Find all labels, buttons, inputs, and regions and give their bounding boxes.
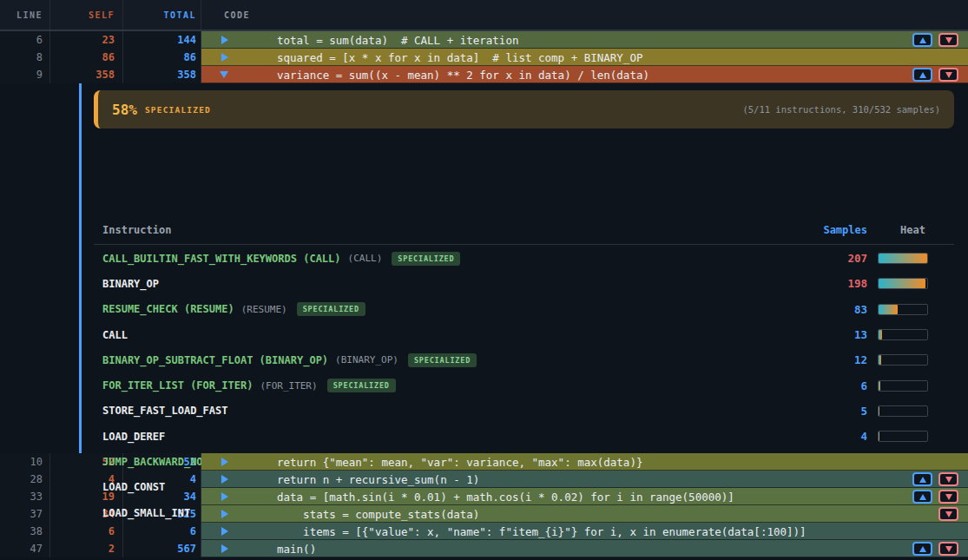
code-cell[interactable]: squared = [x * x for x in data] # list c… bbox=[201, 49, 968, 66]
instruction-name: LOAD_CONST bbox=[102, 481, 165, 493]
instruction-row: BINARY_OP198 bbox=[102, 271, 954, 296]
line-number: 37 bbox=[0, 505, 50, 523]
self-samples: 2 bbox=[50, 540, 123, 557]
total-samples: 86 bbox=[123, 49, 201, 66]
code-cell[interactable]: items = [{"value": x, "name": f"item_{i}… bbox=[201, 523, 968, 540]
instruction-row: CALL_BUILTIN_FAST_WITH_KEYWORDS (CALL)(C… bbox=[102, 246, 954, 271]
row-nav-buttons bbox=[912, 542, 958, 556]
jump-down-button[interactable] bbox=[938, 33, 958, 47]
expand-icon[interactable] bbox=[221, 475, 228, 484]
jump-down-button[interactable] bbox=[938, 490, 958, 504]
instruction-row: BINARY_OP_SUBTRACT_FLOAT (BINARY_OP)(BIN… bbox=[102, 347, 954, 372]
code-text: stats = compute_stats(data) bbox=[277, 508, 479, 521]
expand-icon[interactable] bbox=[221, 53, 228, 62]
triangle-down-icon bbox=[945, 494, 952, 500]
triangle-up-icon bbox=[919, 72, 926, 78]
code-cell[interactable]: total = sum(data) # CALL + iteration bbox=[201, 31, 968, 49]
specialized-badge: SPECIALIZED bbox=[408, 353, 477, 367]
instruction-family: (BINARY_OP) bbox=[335, 354, 398, 366]
collapse-icon[interactable] bbox=[220, 71, 228, 78]
instruction-family: (CALL) bbox=[348, 253, 383, 264]
triangle-down-icon bbox=[945, 546, 952, 552]
jump-up-button[interactable] bbox=[912, 68, 932, 82]
code-cell[interactable]: stats = compute_stats(data) bbox=[201, 505, 968, 523]
col-header-heat: Heat bbox=[900, 224, 925, 236]
line-number: 8 bbox=[0, 49, 50, 66]
heat-bar-fill bbox=[879, 254, 927, 263]
samples-count: 207 bbox=[847, 252, 867, 265]
jump-down-button[interactable] bbox=[938, 68, 958, 82]
jump-up-button[interactable] bbox=[912, 33, 932, 47]
instruction-name: RESUME_CHECK (RESUME) bbox=[102, 303, 234, 315]
samples-count: 4 bbox=[860, 430, 867, 443]
panel-accent-line bbox=[79, 83, 82, 453]
code-text: return n + recursive_sum(n - 1) bbox=[277, 473, 479, 486]
expand-icon[interactable] bbox=[221, 492, 228, 501]
triangle-up-icon bbox=[919, 494, 926, 500]
jump-up-button[interactable] bbox=[912, 490, 932, 504]
expand-icon[interactable] bbox=[221, 36, 228, 44]
triangle-down-icon bbox=[945, 72, 952, 78]
total-samples: 144 bbox=[123, 31, 201, 49]
code-cell[interactable]: return {"mean": mean, "var": variance, "… bbox=[201, 453, 968, 471]
expand-icon[interactable] bbox=[221, 510, 228, 518]
jump-down-button[interactable] bbox=[938, 472, 958, 486]
col-header-samples: Samples bbox=[823, 224, 867, 236]
instruction-name: BINARY_OP bbox=[102, 278, 159, 290]
heat-bar bbox=[878, 329, 928, 340]
triangle-down-icon bbox=[945, 37, 952, 43]
instruction-table-header: Instruction Samples Heat bbox=[94, 221, 954, 245]
self-samples: 86 bbox=[50, 49, 123, 66]
expand-icon[interactable] bbox=[221, 544, 228, 553]
samples-count: 12 bbox=[854, 353, 867, 366]
row-nav-buttons bbox=[938, 507, 958, 521]
expand-icon[interactable] bbox=[221, 527, 228, 536]
triangle-down-icon bbox=[945, 511, 952, 517]
triangle-up-icon bbox=[919, 477, 926, 483]
heat-bar bbox=[878, 304, 928, 315]
code-rows-top: 623144total = sum(data) # CALL + iterati… bbox=[0, 31, 968, 83]
code-text: variance = sum((x - mean) ** 2 for x in … bbox=[277, 69, 649, 82]
code-text: data = [math.sin(i * 0.01) + math.cos(i … bbox=[277, 491, 734, 504]
specialization-banner: 58% SPECIALIZED (5/11 instructions, 310/… bbox=[94, 90, 954, 128]
triangle-up-icon bbox=[919, 37, 926, 43]
code-cell[interactable]: data = [math.sin(i * 0.01) + math.cos(i … bbox=[201, 488, 968, 505]
self-samples: 358 bbox=[50, 66, 123, 83]
instruction-name: CALL_BUILTIN_FAST_WITH_KEYWORDS (CALL) bbox=[102, 253, 341, 265]
code-cell[interactable]: return n + recursive_sum(n - 1) bbox=[201, 471, 968, 488]
code-text: main() bbox=[277, 543, 316, 556]
jump-up-button[interactable] bbox=[912, 542, 932, 556]
heat-bar bbox=[878, 253, 928, 264]
expand-icon[interactable] bbox=[221, 458, 228, 466]
col-header-line: LINE bbox=[0, 0, 50, 30]
jump-down-button[interactable] bbox=[938, 507, 958, 521]
code-line-row: 9358358variance = sum((x - mean) ** 2 fo… bbox=[0, 66, 968, 83]
specialization-stats: (5/11 instructions, 310/532 samples) bbox=[742, 104, 940, 115]
col-header-self: SELF bbox=[50, 0, 123, 30]
instruction-name: LOAD_DEREF bbox=[102, 431, 165, 443]
code-cell[interactable]: variance = sum((x - mean) ** 2 for x in … bbox=[201, 66, 968, 83]
jump-up-button[interactable] bbox=[912, 472, 932, 486]
code-line-row: 623144total = sum(data) # CALL + iterati… bbox=[0, 31, 968, 49]
total-samples: 358 bbox=[123, 66, 201, 83]
line-number: 33 bbox=[0, 488, 50, 505]
row-nav-buttons bbox=[912, 33, 958, 47]
row-nav-buttons bbox=[912, 472, 958, 486]
specialization-panel: 58% SPECIALIZED (5/11 instructions, 310/… bbox=[0, 83, 968, 453]
code-text: total = sum(data) # CALL + iteration bbox=[277, 34, 518, 47]
samples-count: 6 bbox=[860, 379, 867, 392]
table-header: LINE SELF TOTAL CODE bbox=[0, 0, 968, 31]
line-number: 9 bbox=[0, 66, 50, 83]
col-header-total: TOTAL bbox=[123, 0, 201, 30]
jump-down-button[interactable] bbox=[938, 542, 958, 556]
specialized-badge: SPECIALIZED bbox=[327, 379, 396, 392]
instruction-row: RESUME_CHECK (RESUME)(RESUME)SPECIALIZED… bbox=[102, 297, 954, 322]
specialized-badge: SPECIALIZED bbox=[297, 302, 365, 316]
heat-bar bbox=[878, 354, 928, 366]
code-cell[interactable]: main() bbox=[201, 540, 968, 557]
row-nav-buttons bbox=[912, 490, 958, 504]
heat-bar-fill bbox=[879, 355, 881, 365]
samples-count: 198 bbox=[847, 277, 867, 290]
self-samples: 23 bbox=[50, 31, 123, 49]
triangle-down-icon bbox=[945, 477, 952, 483]
